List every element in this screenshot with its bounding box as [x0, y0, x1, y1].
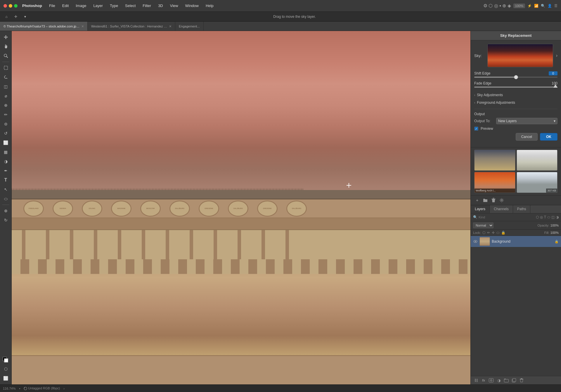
- layer-visibility-icon[interactable]: [473, 239, 478, 244]
- text-btn[interactable]: T: [1, 176, 10, 184]
- shift-edge-thumb[interactable]: [514, 75, 518, 79]
- menu-layer[interactable]: Layer: [90, 2, 106, 9]
- sky-dropdown-arrow[interactable]: ›: [556, 53, 557, 58]
- filter-shape-icon[interactable]: ⬭: [547, 215, 550, 219]
- user-icon[interactable]: 👤: [548, 4, 552, 8]
- menu-3d[interactable]: 3D: [155, 2, 166, 9]
- move-dropdown[interactable]: ▾: [22, 13, 29, 20]
- sky-thumb-1[interactable]: [474, 150, 515, 171]
- lasso-tool-btn[interactable]: [1, 73, 10, 82]
- sky-thumb-3[interactable]: Wolfberg Arch l...: [474, 172, 515, 193]
- layer-background[interactable]: Background 🔒: [471, 236, 561, 247]
- search-icon[interactable]: 🔍: [541, 4, 545, 8]
- cancel-button[interactable]: Cancel: [516, 133, 538, 141]
- menu-file[interactable]: File: [46, 2, 58, 9]
- marquee-tool-btn[interactable]: [1, 63, 10, 72]
- stamp-btn[interactable]: ⊜: [1, 120, 10, 128]
- lock-artboard-icon[interactable]: ⬭: [496, 231, 499, 235]
- menu-filter[interactable]: Filter: [140, 2, 154, 9]
- delete-layer-icon[interactable]: [519, 377, 524, 383]
- move-tool[interactable]: ✛: [12, 13, 19, 20]
- menu-image[interactable]: Image: [73, 2, 89, 9]
- maximize-button[interactable]: [14, 4, 18, 8]
- ok-button[interactable]: OK: [540, 133, 557, 141]
- history-btn[interactable]: ↺: [1, 129, 10, 138]
- pen-btn[interactable]: ✒: [1, 166, 10, 175]
- tab-paths[interactable]: Paths: [513, 205, 531, 213]
- settings-sky-icon[interactable]: [499, 197, 505, 203]
- hand-tool-btn[interactable]: [1, 42, 10, 51]
- sky-adjustments-section[interactable]: › Sky Adjustments: [474, 91, 557, 99]
- add-adjustment-icon[interactable]: ◑: [496, 377, 502, 383]
- filter-smart-icon[interactable]: ◫: [551, 215, 555, 219]
- dodge-btn[interactable]: ◑: [1, 157, 10, 166]
- tab-3[interactable]: Engagement...: [175, 22, 204, 31]
- status-arrow[interactable]: ›: [63, 387, 65, 390]
- healing-btn[interactable]: ⊕: [1, 101, 10, 110]
- crop-tool-btn[interactable]: ◫: [1, 82, 10, 91]
- tab-channels[interactable]: Channels: [490, 205, 513, 213]
- zoom-in-btn[interactable]: ⊕: [1, 206, 10, 215]
- shift-edge-value[interactable]: 0: [549, 71, 557, 75]
- lock-brush-icon[interactable]: ✏: [487, 231, 490, 235]
- sky-preview-thumb[interactable]: [487, 44, 553, 67]
- delete-sky-icon[interactable]: [491, 197, 496, 203]
- menu-type[interactable]: Type: [107, 2, 121, 9]
- screen-mode-btn[interactable]: ⬜: [1, 374, 10, 383]
- zoom-tool-btn[interactable]: [1, 51, 10, 60]
- fade-edge-thumb[interactable]: [553, 84, 557, 88]
- lock-position-icon[interactable]: ✛: [492, 231, 495, 235]
- layers-search-input[interactable]: [479, 215, 535, 219]
- filter-toggle-icon[interactable]: ◑: [556, 215, 559, 219]
- menu-select[interactable]: Select: [122, 2, 138, 9]
- eyedropper-btn[interactable]: ⌀: [1, 91, 10, 100]
- tab-1-close[interactable]: ×: [82, 24, 84, 29]
- new-layer-icon[interactable]: [511, 377, 517, 383]
- preview-checkbox[interactable]: ✓: [474, 127, 478, 131]
- lock-all-icon[interactable]: 🔒: [501, 231, 505, 235]
- filter-pixel-icon[interactable]: ⬡: [536, 215, 539, 219]
- gradient-btn[interactable]: ▦: [1, 148, 10, 156]
- add-group-icon[interactable]: [503, 377, 509, 383]
- output-to-select[interactable]: New Layers ▾: [496, 118, 557, 124]
- add-sky-icon[interactable]: +: [474, 197, 480, 203]
- fill-value[interactable]: 100%: [550, 231, 559, 234]
- menu-view[interactable]: View: [167, 2, 181, 9]
- filter-adjust-icon[interactable]: ◎: [540, 215, 543, 219]
- add-mask-icon[interactable]: [488, 377, 494, 383]
- foreground-color[interactable]: [1, 355, 10, 364]
- rotate-btn[interactable]: ↻: [1, 216, 10, 225]
- tab-2[interactable]: Westend61 : Surfer_VISTA Collection : He…: [88, 22, 175, 31]
- move-tool-btn[interactable]: [1, 33, 10, 42]
- fx-icon[interactable]: fx: [481, 377, 486, 383]
- shift-edge-slider[interactable]: [474, 77, 557, 78]
- menu-extras[interactable]: ☰: [554, 4, 557, 8]
- canvas-area[interactable]: for(let i=0;i<200;i++) document.write('<…: [12, 31, 470, 384]
- eraser-btn[interactable]: ⬜: [1, 138, 10, 147]
- sky-thumb-4[interactable]: 307 KB: [517, 172, 558, 193]
- filter-text-icon[interactable]: T: [544, 215, 546, 219]
- brush-btn[interactable]: ✏: [1, 110, 10, 119]
- sky-thumb-2[interactable]: [517, 150, 558, 171]
- tab-1[interactable]: © Thearchoftriumph©satur73 – stock.adobe…: [0, 22, 88, 31]
- home-button[interactable]: ⌂: [3, 13, 10, 20]
- path-select-btn[interactable]: ↖: [1, 185, 10, 194]
- fade-edge-slider[interactable]: [474, 87, 557, 88]
- blend-mode-select[interactable]: Normal: [473, 222, 494, 228]
- menu-edit[interactable]: Edit: [59, 2, 72, 9]
- sky-thumb-3-label: Wolfberg Arch l...: [475, 189, 515, 193]
- shape-btn[interactable]: ⬭: [1, 194, 10, 203]
- quick-mask-btn[interactable]: ⬡: [1, 365, 10, 373]
- foreground-adjustments-section[interactable]: › Foreground Adjustments: [474, 99, 557, 106]
- opacity-value[interactable]: 100%: [550, 224, 559, 227]
- minimize-button[interactable]: [9, 4, 12, 8]
- close-button[interactable]: [4, 4, 7, 8]
- tab-2-close[interactable]: ×: [169, 24, 172, 29]
- link-layers-icon[interactable]: ⛓: [473, 377, 479, 383]
- folder-icon[interactable]: [482, 197, 488, 203]
- menu-window[interactable]: Window: [182, 2, 202, 9]
- lock-transparent-icon[interactable]: ⬡: [482, 231, 485, 235]
- tab-layers[interactable]: Layers: [471, 205, 490, 213]
- layer-lock-icon[interactable]: 🔒: [555, 240, 559, 244]
- menu-help[interactable]: Help: [203, 2, 217, 9]
